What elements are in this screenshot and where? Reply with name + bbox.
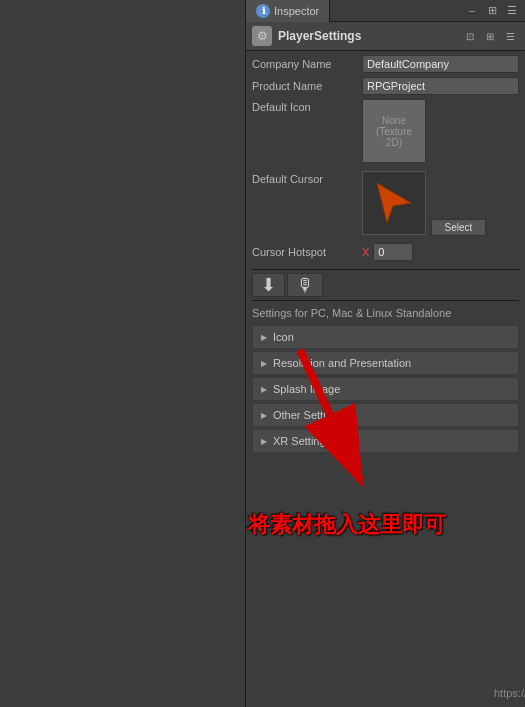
header-help-btn[interactable]: ⊡ [461,27,479,45]
company-name-row: Company Name [252,55,519,73]
tab-menu-btn[interactable]: ☰ [503,2,521,20]
product-name-label: Product Name [252,80,362,92]
inspector-panel: ℹ Inspector − ⊞ ☰ ⚙ PlayerSettings ⊡ ⊞ ☰… [245,0,525,707]
select-button[interactable]: Select [431,219,486,236]
default-icon-row: Default Icon None (Texture 2D) [252,99,519,163]
cursor-shape [369,178,419,228]
header-title: PlayerSettings [278,29,455,43]
product-name-input[interactable] [362,77,519,95]
section-xr-btn[interactable]: XR Settings [252,429,519,453]
hotspot-coords: X [362,243,413,261]
url-text: https://blog.csdn.net/m0_47605113 [494,687,525,699]
player-settings-header: ⚙ PlayerSettings ⊡ ⊞ ☰ [246,22,525,51]
default-cursor-row: Default Cursor Select [252,171,519,235]
left-panel [0,0,245,707]
icon-none-text: None (Texture 2D) [376,115,412,148]
svg-marker-0 [377,183,411,223]
default-cursor-label: Default Cursor [252,171,362,185]
inspector-tab[interactable]: ℹ Inspector [246,0,330,22]
info-icon: ℹ [256,4,270,18]
download-btn[interactable]: ⬇ [252,273,285,297]
cursor-preview-container: Select [362,171,426,235]
x-input[interactable] [373,243,413,261]
header-expand-btn[interactable]: ⊞ [481,27,499,45]
header-menu-btn[interactable]: ☰ [501,27,519,45]
tab-minimize-btn[interactable]: − [463,2,481,20]
hotspot-label: Cursor Hotspot [252,246,362,258]
x-label: X [362,246,369,258]
company-name-label: Company Name [252,58,362,70]
cursor-preview[interactable] [362,171,426,235]
content-area: Company Name Product Name Default Icon N… [246,51,525,459]
platform-label: Settings for PC, Mac & Linux Standalone [252,305,519,325]
section-icon-btn[interactable]: Icon [252,325,519,349]
section-other-btn[interactable]: Other Settings [252,403,519,427]
default-icon-preview[interactable]: None (Texture 2D) [362,99,426,163]
tab-maximize-btn[interactable]: ⊞ [483,2,501,20]
company-name-input[interactable] [362,55,519,73]
product-name-row: Product Name [252,77,519,95]
tab-actions: − ⊞ ☰ [463,2,525,20]
mic-btn[interactable]: 🎙 [287,273,323,297]
toolbar-row: ⬇ 🎙 [252,269,519,301]
gear-symbol: ⚙ [257,29,268,43]
tab-bar: ℹ Inspector − ⊞ ☰ [246,0,525,22]
tab-label: Inspector [274,5,319,17]
hotspot-row: Cursor Hotspot X [252,243,519,261]
header-actions: ⊡ ⊞ ☰ [461,27,519,45]
default-icon-label: Default Icon [252,99,362,113]
section-resolution-btn[interactable]: Resolution and Presentation [252,351,519,375]
gear-icon: ⚙ [252,26,272,46]
section-splash-btn[interactable]: Splash Image [252,377,519,401]
